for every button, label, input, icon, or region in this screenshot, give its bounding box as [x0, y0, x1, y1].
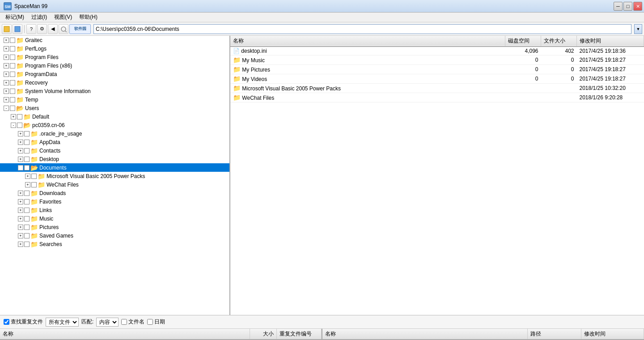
- tree-item-perflogs[interactable]: + 📁 PerfLogs: [0, 44, 229, 53]
- dup-col-size[interactable]: 大小: [250, 329, 277, 340]
- col-header-date[interactable]: 修改时间: [577, 36, 644, 47]
- tree-item-mvb[interactable]: + 📁 Microsoft Visual Basic 2005 Power Pa…: [0, 172, 229, 180]
- menu-mark[interactable]: 标记(M): [2, 13, 28, 22]
- check-pc0359[interactable]: [17, 123, 22, 128]
- table-row[interactable]: 📄 desktop.ini 4,096 402 2017/4/25 19:18:…: [230, 47, 644, 55]
- check-desktop[interactable]: [24, 157, 30, 162]
- find-dup-checkbox-label[interactable]: 查找重复文件: [4, 318, 43, 326]
- check-programdata[interactable]: [10, 72, 15, 77]
- dup-col-mtime[interactable]: 修改时间: [581, 329, 644, 340]
- check-mvb[interactable]: [31, 174, 37, 179]
- tree-item-default[interactable]: + 📁 Default: [0, 112, 229, 121]
- expand-oracle[interactable]: +: [18, 131, 23, 136]
- menu-filter[interactable]: 过滤(I): [28, 13, 51, 22]
- expand-graitec[interactable]: +: [4, 38, 9, 43]
- expand-appdata[interactable]: +: [18, 140, 23, 145]
- tree-item-savedgames[interactable]: + 📁 Saved Games: [0, 231, 229, 240]
- check-users[interactable]: [10, 106, 15, 111]
- date-checkbox-label[interactable]: 日期: [147, 318, 165, 326]
- expand-recovery[interactable]: +: [4, 80, 9, 85]
- expand-wechat[interactable]: +: [25, 182, 30, 187]
- col-header-size[interactable]: 文件大小: [541, 36, 577, 47]
- toolbar-btn-6[interactable]: [59, 24, 68, 34]
- find-dup-checkbox[interactable]: [4, 319, 9, 325]
- check-default[interactable]: [17, 114, 22, 119]
- table-row[interactable]: 📁 My Videos 0 0 2017/4/25 19:18:27: [230, 74, 644, 84]
- tree-item-music[interactable]: + 📁 Music: [0, 214, 229, 223]
- tree-item-searches[interactable]: + 📁 Searches: [0, 240, 229, 248]
- dup-col-right-name[interactable]: 名称: [322, 329, 528, 340]
- check-oracle[interactable]: [24, 131, 30, 136]
- expand-documents[interactable]: -: [18, 165, 23, 170]
- expand-downloads[interactable]: +: [18, 191, 23, 196]
- expand-perflogs[interactable]: +: [4, 46, 9, 51]
- date-checkbox[interactable]: [147, 319, 153, 325]
- tree-item-contacts[interactable]: + 📁 Contacts: [0, 146, 229, 155]
- table-row[interactable]: 📁 Microsoft Visual Basic 2005 Power Pack…: [230, 84, 644, 93]
- expand-mvb[interactable]: +: [25, 174, 30, 179]
- expand-default[interactable]: +: [11, 114, 16, 119]
- check-wechat[interactable]: [31, 182, 37, 187]
- file-type-select[interactable]: 所有文件 图片 视频: [46, 318, 79, 327]
- table-row[interactable]: 📁 My Pictures 0 0 2017/4/25 19:18:27: [230, 65, 644, 74]
- toolbar-btn-3[interactable]: ?: [26, 24, 36, 34]
- check-savedgames[interactable]: [24, 233, 30, 238]
- col-header-disk[interactable]: 磁盘空间: [505, 36, 541, 47]
- dup-col-path[interactable]: 路径: [528, 329, 581, 340]
- expand-sysvolinfo[interactable]: +: [4, 89, 9, 94]
- check-documents[interactable]: [24, 165, 30, 170]
- tree-item-pc0359[interactable]: - 📂 pc0359.cn-06: [0, 121, 229, 129]
- content-select[interactable]: 内容 大小 名称: [96, 318, 119, 327]
- table-row[interactable]: 📁 My Music 0 0 2017/4/25 19:18:27: [230, 55, 644, 65]
- check-favorites[interactable]: [24, 199, 30, 204]
- dup-col-name[interactable]: 名称: [0, 329, 250, 340]
- expand-savedgames[interactable]: +: [18, 233, 23, 238]
- check-sysvolinfo[interactable]: [10, 89, 15, 94]
- tree-item-oracle[interactable]: + 📁 .oracle_jre_usage: [0, 129, 229, 138]
- check-temp[interactable]: [10, 97, 15, 102]
- menu-help[interactable]: 帮助(H): [76, 13, 101, 22]
- check-programfiles86[interactable]: [10, 63, 15, 68]
- check-pictures[interactable]: [24, 225, 30, 230]
- check-music[interactable]: [24, 216, 30, 221]
- expand-music[interactable]: +: [18, 216, 23, 221]
- expand-temp[interactable]: +: [4, 97, 9, 102]
- expand-programdata[interactable]: +: [4, 72, 9, 77]
- check-links[interactable]: [24, 208, 30, 213]
- tree-item-programfiles[interactable]: + 📁 Program Files: [0, 53, 229, 61]
- check-programfiles[interactable]: [10, 55, 15, 60]
- toolbar-btn-4[interactable]: ⚙: [37, 24, 47, 34]
- tree-item-recovery[interactable]: + 📁 Recovery: [0, 78, 229, 87]
- expand-programfiles86[interactable]: +: [4, 63, 9, 68]
- expand-links[interactable]: +: [18, 208, 23, 213]
- check-recovery[interactable]: [10, 80, 15, 85]
- tree-item-pictures[interactable]: + 📁 Pictures: [0, 223, 229, 231]
- tree-item-desktop[interactable]: + 📁 Desktop: [0, 155, 229, 163]
- check-appdata[interactable]: [24, 140, 30, 145]
- check-perflogs[interactable]: [10, 46, 15, 51]
- tree-item-appdata[interactable]: + 📁 AppData: [0, 138, 229, 146]
- check-contacts[interactable]: [24, 148, 30, 153]
- tree-item-graitec[interactable]: + 📁 Graitec: [0, 36, 229, 44]
- tree-item-sysvolinfo[interactable]: + 📁 System Volume Information: [0, 87, 229, 95]
- check-downloads[interactable]: [24, 191, 30, 196]
- path-dropdown[interactable]: ▼: [634, 24, 642, 34]
- toolbar-btn-5[interactable]: ◀: [48, 24, 58, 34]
- expand-users[interactable]: -: [4, 106, 9, 111]
- path-bar[interactable]: C:\Users\pc0359.cn-06\Documents: [93, 24, 631, 34]
- dup-col-number[interactable]: 重复文件编号: [277, 329, 322, 340]
- expand-searches[interactable]: +: [18, 242, 23, 247]
- maximize-button[interactable]: □: [623, 2, 632, 11]
- toolbar-btn-2[interactable]: [13, 24, 22, 34]
- tree-item-temp[interactable]: + 📁 Temp: [0, 95, 229, 104]
- tree-item-downloads[interactable]: + 📁 Downloads: [0, 189, 229, 197]
- close-button[interactable]: ✕: [633, 2, 642, 11]
- expand-pc0359[interactable]: -: [11, 123, 16, 128]
- tree-item-wechat[interactable]: + 📁 WeChat Files: [0, 180, 229, 189]
- tree-item-favorites[interactable]: + 📁 Favorites: [0, 197, 229, 206]
- tree-item-links[interactable]: + 📁 Links: [0, 206, 229, 214]
- check-searches[interactable]: [24, 242, 30, 247]
- expand-desktop[interactable]: +: [18, 157, 23, 162]
- menu-view[interactable]: 视图(V): [51, 13, 76, 22]
- col-header-name[interactable]: 名称: [230, 36, 505, 47]
